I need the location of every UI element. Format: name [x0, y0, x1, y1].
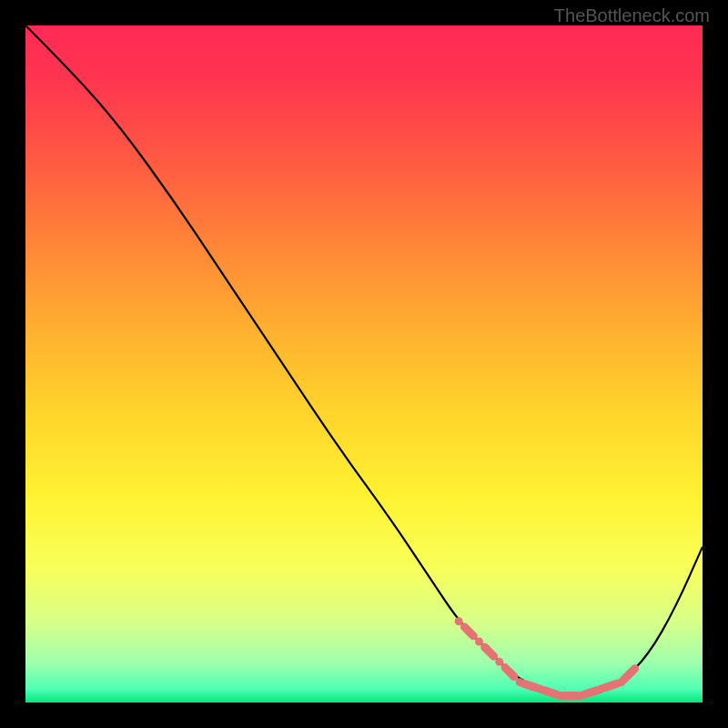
- watermark-text: TheBottleneck.com: [554, 5, 710, 26]
- chart-gradient-background: [25, 25, 703, 703]
